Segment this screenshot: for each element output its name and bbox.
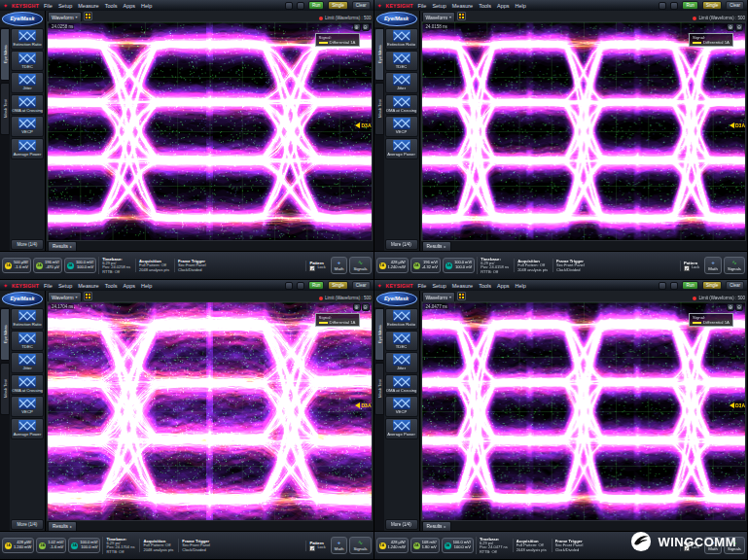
signals-button[interactable]: ∿ Signals [349, 537, 371, 554]
touch-icon[interactable] [670, 2, 678, 10]
menu-tools[interactable]: Tools [478, 283, 492, 289]
channel-chip-1a[interactable]: 1A 428 μW/ 1.240 mW [376, 538, 409, 553]
measure-button-jitter[interactable]: Jitter [385, 72, 418, 93]
menu-setup[interactable]: Setup [431, 3, 446, 9]
tab-eye-meas[interactable]: Eye Meas [0, 28, 10, 81]
measure-button-extinction-ratio[interactable]: Extinction Ratio [11, 28, 44, 50]
timebase-block[interactable]: Timebase: 6.29 ps/ Pos: 24.0477 ns RTTB:… [476, 537, 511, 555]
channel-chip-2a[interactable]: 2A 108 mV/ 1.80 mV [410, 538, 440, 553]
channel-marker[interactable]: D3A [730, 122, 745, 128]
tab-eye-meas[interactable]: Eye Meas [374, 308, 384, 361]
menu-file[interactable]: File [43, 283, 53, 289]
clear-button[interactable]: Clear [726, 1, 744, 10]
tab-mask-test[interactable]: Mask Test [374, 363, 384, 415]
pattern-lock-checkbox[interactable]: ✓ [309, 265, 315, 271]
single-button[interactable]: Single [702, 1, 723, 10]
channel-marker[interactable]: D3A [355, 402, 371, 408]
app-logo[interactable]: Eye/Mask [2, 292, 43, 306]
menu-file[interactable]: File [417, 3, 428, 9]
channel-chip-1a[interactable]: 1A 428 μW/ 1.240 mW [2, 538, 34, 553]
screen-capture-icon[interactable] [285, 2, 293, 10]
menu-setup[interactable]: Setup [57, 3, 73, 9]
color-grade-icon[interactable] [84, 292, 92, 300]
zoom-in-icon[interactable]: ⊕ [727, 303, 734, 311]
run-button[interactable]: Run [308, 281, 324, 290]
math-button[interactable]: + Math [704, 257, 722, 274]
menu-apps[interactable]: Apps [123, 283, 137, 289]
run-button[interactable]: Run [682, 281, 697, 290]
pattern-lock-checkbox[interactable]: ✓ [309, 545, 315, 551]
acquisition-block[interactable]: Acquisition Full Pattern: Off 2048 analy… [513, 539, 550, 552]
menu-measure[interactable]: Measure [77, 3, 99, 9]
channel-chip-3a[interactable]: 3A 100.0 mV/ 100.0 mV [68, 538, 100, 553]
more-button[interactable]: More (1/4) [385, 239, 418, 250]
channel-chip-3a[interactable]: 3A 100.0 mV/ 100.0 mV [64, 258, 96, 273]
zoom-in-icon[interactable]: ⊕ [353, 23, 361, 31]
acquisition-block[interactable]: Acquisition Full Pattern: Off 2048 analy… [135, 259, 172, 272]
menu-setup[interactable]: Setup [431, 283, 446, 289]
zoom-out-icon[interactable]: ⊖ [362, 23, 370, 31]
menu-tools[interactable]: Tools [104, 283, 119, 289]
tab-mask-test[interactable]: Mask Test [0, 83, 10, 135]
results-tab[interactable]: Results ▸ [422, 241, 451, 251]
measure-button-average-power[interactable]: Average Power [11, 138, 44, 159]
measure-button-vecp[interactable]: VECP [11, 116, 44, 137]
app-logo[interactable]: Eye/Mask [376, 12, 417, 26]
measure-button-oma-at-crossing[interactable]: OMA at Crossing [385, 374, 418, 396]
channel-chip-2a[interactable]: 2A 1.02 mV/ -1.6 mV [36, 538, 66, 553]
menu-apps[interactable]: Apps [123, 3, 137, 9]
more-button[interactable]: More (1/4) [11, 519, 44, 530]
tab-mask-test[interactable]: Mask Test [374, 83, 384, 135]
waveform-tab[interactable]: Waveform ▾ [48, 292, 82, 301]
channel-chip-1a[interactable]: 1A 500 μW/ -1.6 mV [2, 258, 31, 273]
run-button[interactable]: Run [682, 1, 697, 10]
touch-icon[interactable] [297, 2, 304, 10]
touch-icon[interactable] [297, 282, 304, 290]
frame-trigger-block[interactable]: Frame Trigger Sec:Front Panel Clock/Divi… [174, 259, 209, 272]
app-logo[interactable]: Eye/Mask [2, 12, 43, 26]
timebase-block[interactable]: Timebase: 6.29 ps/ Pos: 24.1704 ns RTTB:… [102, 537, 137, 555]
channel-chip-1a[interactable]: 1A 428 μW/ 1.240 mW [376, 258, 409, 273]
menu-help[interactable]: Help [515, 283, 527, 289]
measure-button-vecp[interactable]: VECP [385, 116, 418, 137]
touch-icon[interactable] [670, 282, 678, 290]
acquisition-block[interactable]: Acquisition Full Pattern: Off 2048 analy… [514, 259, 551, 272]
tab-eye-meas[interactable]: Eye Meas [374, 28, 384, 81]
measure-button-tdec[interactable]: TDEC [11, 51, 44, 72]
acquisition-block[interactable]: Acquisition Full Pattern: Off 2048 analy… [139, 539, 176, 552]
measure-button-average-power[interactable]: Average Power [385, 418, 418, 439]
waveform-display[interactable]: 24.1704 ns ⊕ ⊖ Signal: Differential 1A [47, 301, 373, 521]
clear-button[interactable]: Clear [352, 281, 371, 290]
signals-button[interactable]: ∿ Signals [724, 257, 745, 274]
color-grade-icon[interactable] [457, 292, 466, 300]
clear-button[interactable]: Clear [352, 1, 371, 10]
waveform-tab[interactable]: Waveform ▾ [422, 292, 456, 301]
measure-button-tdec[interactable]: TDEC [385, 51, 418, 72]
measure-button-oma-at-crossing[interactable]: OMA at Crossing [385, 94, 418, 116]
menu-apps[interactable]: Apps [496, 3, 511, 9]
measure-button-oma-at-crossing[interactable]: OMA at Crossing [11, 374, 44, 396]
screen-capture-icon[interactable] [659, 282, 666, 290]
menu-measure[interactable]: Measure [451, 283, 474, 289]
measure-button-vecp[interactable]: VECP [11, 396, 44, 417]
waveform-tab[interactable]: Waveform ▾ [48, 12, 82, 21]
results-tab[interactable]: Results ▸ [48, 241, 77, 251]
channel-marker[interactable]: D3A [355, 122, 371, 128]
timebase-block[interactable]: Timebase: 6.29 ps/ Pos: 24.0158 ns RTTB:… [477, 257, 512, 275]
math-button[interactable]: + Math [331, 537, 348, 554]
channel-chip-3a[interactable]: 3A 100.0 mV/ 100.0 mV [443, 258, 475, 273]
measure-button-extinction-ratio[interactable]: Extinction Ratio [385, 28, 418, 50]
zoom-in-icon[interactable]: ⊕ [353, 303, 361, 311]
measure-button-jitter[interactable]: Jitter [11, 352, 44, 373]
tab-eye-meas[interactable]: Eye Meas [0, 308, 10, 361]
menu-tools[interactable]: Tools [478, 3, 492, 9]
color-grade-icon[interactable] [84, 12, 92, 20]
single-button[interactable]: Single [328, 1, 348, 10]
measure-button-oma-at-crossing[interactable]: OMA at Crossing [11, 94, 44, 116]
measure-button-jitter[interactable]: Jitter [11, 72, 44, 93]
frame-trigger-block[interactable]: Frame Trigger Sec:Front Panel Clock/Divi… [552, 539, 587, 552]
waveform-display[interactable]: 24.0258 ns ⊕ ⊖ Signal: Differential 1A [47, 21, 373, 241]
menu-help[interactable]: Help [140, 283, 153, 289]
frame-trigger-block[interactable]: Frame Trigger Sec:Front Panel Clock/Divi… [552, 259, 588, 272]
channel-marker[interactable]: D3A [730, 402, 745, 408]
